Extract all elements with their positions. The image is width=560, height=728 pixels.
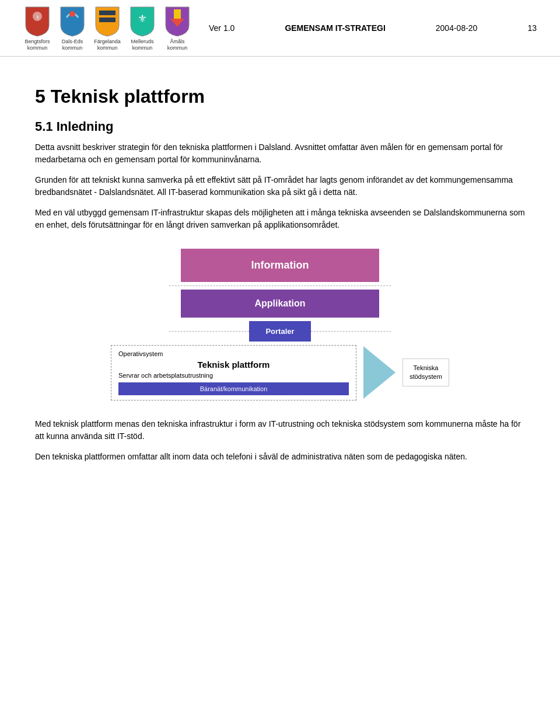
svg-point-2	[69, 11, 75, 17]
dotted-left	[169, 331, 249, 332]
footer-paragraph-1: Med teknisk plattform menas den tekniska…	[35, 418, 525, 443]
logo-label-bengtsfors: Bengtsforskommun	[24, 39, 50, 51]
logo-fargelanda: Färgelandakommun	[93, 5, 121, 51]
logo-label-fargelanda: Färgelandakommun	[94, 39, 121, 51]
arrow-chevron-icon	[363, 346, 396, 399]
paragraph-2: Grunden för att tekniskt kunna samverka …	[35, 174, 525, 198]
logo-label-amals: Åmålskommun	[167, 39, 188, 51]
operativsystem-label: Operativsystem	[118, 350, 349, 357]
svg-rect-3	[99, 11, 116, 15]
applikation-layer: Applikation	[181, 290, 379, 318]
dotted-right	[311, 331, 391, 332]
technical-layers: Operativsystem Teknisk plattform Servrar…	[111, 345, 356, 400]
page-number: 13	[527, 23, 537, 33]
portaler-layer: Portaler	[249, 321, 310, 342]
information-layer: Information	[181, 249, 379, 282]
logo-label-dalseds: Dals-Edskommun	[62, 39, 83, 51]
page-header: ⚕ Bengtsforskommun Dals-Edskommun Färgel…	[0, 0, 560, 57]
logo-melleruds: ⚜ Mellerudskommun	[128, 5, 156, 51]
bottom-area: Operativsystem Teknisk plattform Servrar…	[111, 345, 449, 400]
document-date: 2004-08-20	[436, 23, 478, 33]
logo-bengtsfors: ⚕ Bengtsforskommun	[23, 5, 51, 51]
architecture-diagram: Information Applikation Portaler Operati…	[111, 249, 449, 400]
paragraph-1: Detta avsnitt beskriver strategin för de…	[35, 141, 525, 166]
svg-text:⚜: ⚜	[138, 13, 147, 25]
chapter-title: 5 Teknisk plattform	[35, 86, 525, 107]
portaler-row: Portaler	[169, 321, 391, 342]
divider-1	[169, 285, 391, 286]
logo-group: ⚕ Bengtsforskommun Dals-Edskommun Färgel…	[23, 5, 191, 51]
document-title: GEMENSAM IT-STRATEGI	[285, 23, 385, 33]
arrow-right	[363, 346, 396, 399]
main-content: 5 Teknisk plattform 5.1 Inledning Detta …	[0, 57, 560, 494]
section-title: 5.1 Inledning	[35, 119, 525, 134]
baranat-box: Bäranät/kommunikation	[118, 382, 349, 395]
tekniska-stodsystem-box: Tekniskastödsystem	[402, 358, 449, 387]
logo-amals: Åmålskommun	[163, 5, 191, 51]
footer-paragraph-2: Den tekniska plattformen omfattar allt i…	[35, 451, 525, 463]
header-meta: Ver 1.0 GEMENSAM IT-STRATEGI 2004-08-20 …	[203, 23, 537, 33]
servrar-label: Servrar och arbetsplatsutrustning	[118, 372, 349, 379]
version-label: Ver 1.0	[209, 23, 235, 33]
svg-text:⚕: ⚕	[36, 14, 39, 20]
paragraph-3: Med en väl utbyggd gemensam IT-infrastru…	[35, 207, 525, 231]
logo-dalseds: Dals-Edskommun	[58, 5, 86, 51]
teknisk-plattform-label: Teknisk plattform	[118, 360, 349, 370]
svg-rect-6	[174, 9, 181, 19]
logo-label-melleruds: Mellerudskommun	[131, 39, 153, 51]
svg-rect-4	[99, 18, 116, 22]
